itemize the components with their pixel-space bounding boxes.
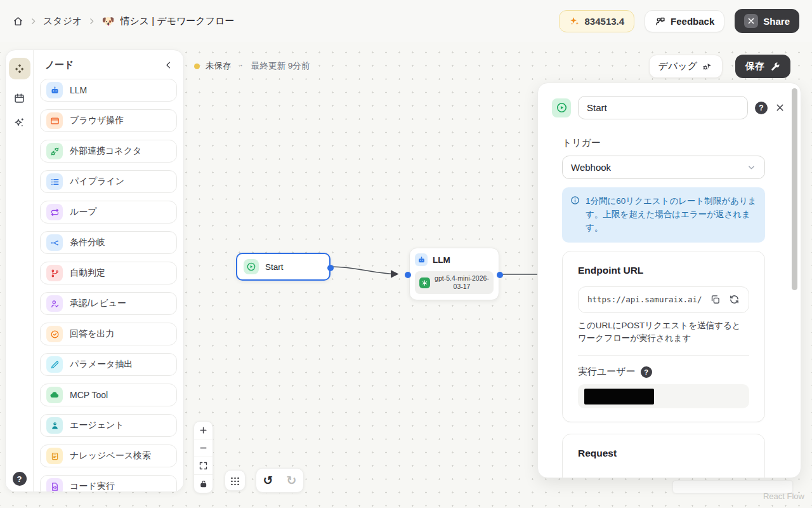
list-icon: [46, 173, 63, 190]
rail-item-schedule[interactable]: [13, 92, 25, 104]
endpoint-url-field[interactable]: https://api.samuraix.ai/we…: [578, 286, 749, 313]
wrench-icon: [770, 62, 780, 72]
target-icon: [46, 326, 63, 342]
book-icon: [46, 448, 63, 464]
minimap[interactable]: [672, 480, 793, 493]
feedback-button[interactable]: Feedback: [645, 10, 724, 32]
debug-label: デバッグ: [658, 60, 697, 72]
request-card: Request: [562, 434, 765, 478]
divider: [578, 355, 749, 356]
calendar-icon: [13, 92, 25, 104]
close-panel-icon[interactable]: [775, 102, 785, 113]
request-title: Request: [578, 448, 749, 459]
node-title-input[interactable]: [578, 96, 748, 119]
start-output-handle[interactable]: [327, 265, 334, 271]
rail-item-ai[interactable]: [13, 117, 25, 129]
sidebar-item-condition[interactable]: 条件分岐: [40, 231, 177, 254]
sidebar-item-knowledge-search[interactable]: ナレッジベース検索: [40, 444, 177, 467]
user-check-icon: [46, 295, 63, 312]
start-node[interactable]: Start: [236, 253, 331, 281]
zoom-in-button[interactable]: [194, 422, 213, 439]
exec-user-help-icon[interactable]: ?: [641, 366, 652, 378]
scrollbar-thumb[interactable]: [792, 88, 797, 290]
exec-user-field[interactable]: [578, 384, 749, 408]
save-label: 保存: [745, 60, 764, 72]
rail-item-nodes[interactable]: [9, 58, 30, 79]
trigger-select[interactable]: Webhook: [562, 156, 765, 179]
robot-icon: [415, 253, 428, 266]
share-label: Share: [763, 16, 790, 27]
unsaved-dot-icon: [194, 64, 200, 69]
panel-scrollbar[interactable]: [792, 88, 797, 469]
node-help-icon[interactable]: ?: [755, 102, 768, 114]
play-circle-icon: [244, 259, 259, 274]
agent-icon: [46, 417, 63, 434]
sidebar-item-mcp-tool[interactable]: MCP Tool: [40, 384, 177, 406]
credits-badge[interactable]: 834513.4: [559, 10, 635, 32]
canvas-zoom-controls: [193, 421, 213, 493]
sidebar-item-llm[interactable]: LLM: [40, 79, 177, 102]
node-list: ノード LLM ブラウザ操作 外部連携コネクタ: [34, 50, 183, 491]
sparkles-icon: [569, 16, 580, 27]
save-button[interactable]: 保存: [735, 55, 790, 78]
chevron-right-icon: [29, 17, 37, 25]
status-separator: ・: [237, 60, 246, 72]
llm-node[interactable]: LLM gpt-5.4-mini-2026-03-17: [409, 248, 499, 300]
unsaved-label: 未保存: [206, 60, 232, 72]
copy-icon[interactable]: [710, 294, 721, 305]
sidebar-item-connector[interactable]: 外部連携コネクタ: [40, 140, 177, 163]
grid-menu-button[interactable]: [225, 470, 246, 491]
lock-button[interactable]: [194, 475, 213, 493]
collapse-sidebar-icon[interactable]: [164, 60, 173, 70]
llm-output-handle[interactable]: [497, 272, 503, 278]
trigger-label: トリガー: [562, 137, 765, 149]
share-button[interactable]: Share: [735, 9, 799, 33]
rate-limit-info: 1分間に60リクエストのレート制限があります。上限を超えた場合はエラーが返されま…: [562, 187, 765, 243]
home-icon[interactable]: [13, 16, 23, 27]
bug-cursor-icon: [702, 61, 713, 72]
endpoint-title: Endpoint URL: [578, 265, 749, 276]
feedback-label: Feedback: [671, 16, 714, 27]
model-name: gpt-5.4-mini-2026-03-17: [435, 274, 489, 291]
sidebar-item-answer-output[interactable]: 回答を出力: [40, 323, 177, 345]
app-header: スタジオ 🐶 情シス | デモワークフロー 834513.4 Feedback …: [0, 0, 812, 42]
info-icon: [570, 196, 580, 235]
credits-value: 834513.4: [585, 16, 625, 27]
debug-button[interactable]: デバッグ: [649, 55, 723, 78]
git-branch-icon: [46, 265, 63, 281]
code-file-icon: [46, 478, 63, 491]
sidebar-item-loop[interactable]: ループ: [40, 201, 177, 224]
llm-input-handle[interactable]: [405, 272, 411, 278]
node-config-panel: ? トリガー Webhook 1分間に60リクエストのレート制限があります。上限…: [537, 83, 801, 478]
pen-icon: [46, 356, 63, 373]
sidebar-title: ノード: [45, 59, 74, 71]
openai-logo-icon: [419, 277, 430, 288]
model-pill[interactable]: gpt-5.4-mini-2026-03-17: [415, 271, 494, 294]
sidebar-item-auto-judge[interactable]: 自動判定: [40, 262, 177, 284]
sidebar-item-approval[interactable]: 承認/レビュー: [40, 292, 177, 315]
sidebar-item-code-exec[interactable]: コード実行: [40, 475, 177, 491]
trigger-value: Webhook: [571, 162, 611, 173]
redo-button[interactable]: ↻: [280, 469, 303, 492]
breadcrumb-workflow-title[interactable]: 情シス | デモワークフロー: [120, 15, 234, 27]
sidebar-item-browser[interactable]: ブラウザ操作: [40, 109, 177, 132]
refresh-icon[interactable]: [729, 294, 740, 305]
cloud-icon: [46, 387, 63, 403]
redacted-user-value: [584, 389, 654, 404]
plug-icon: [46, 143, 63, 159]
sidebar-item-param-extract[interactable]: パラメータ抽出: [40, 353, 177, 376]
fit-view-button[interactable]: [194, 457, 213, 475]
sidebar-rail: ?: [6, 50, 34, 491]
start-node-title: Start: [265, 262, 284, 272]
breadcrumb-studio[interactable]: スタジオ: [43, 15, 82, 27]
undo-button[interactable]: ↺: [256, 469, 280, 492]
help-button[interactable]: ?: [13, 472, 27, 486]
x-logo-icon: [744, 14, 758, 28]
workflow-nodes-icon: [14, 63, 25, 74]
sidebar-item-agent[interactable]: エージェント: [40, 414, 177, 437]
llm-node-title: LLM: [433, 255, 450, 265]
rate-limit-text: 1分間に60リクエストのレート制限があります。上限を超えた場合はエラーが返されま…: [586, 195, 757, 235]
sidebar-item-pipeline[interactable]: パイプライン: [40, 170, 177, 193]
zoom-out-button[interactable]: [194, 439, 213, 457]
browser-icon: [46, 112, 63, 129]
